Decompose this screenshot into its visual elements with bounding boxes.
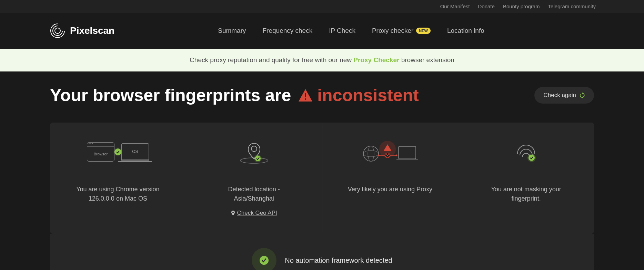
check-geo-api-label: Check Geo API xyxy=(237,210,277,216)
check-again-label: Check again xyxy=(543,92,576,99)
svg-point-12 xyxy=(368,146,374,161)
check-geo-api-link[interactable]: Check Geo API xyxy=(231,210,277,216)
top-bar: Our Manifest Donate Bounty program Teleg… xyxy=(0,0,644,13)
promo-banner: Check proxy reputation and quality for f… xyxy=(0,49,644,71)
svg-point-6 xyxy=(251,146,257,152)
result-status: inconsistent xyxy=(298,85,419,105)
topbar-link-telegram[interactable]: Telegram community xyxy=(548,3,596,9)
nav-proxy-checker[interactable]: Proxy checker NEW xyxy=(372,27,431,35)
main-header: Pixelscan Summary Frequency check IP Che… xyxy=(0,13,644,49)
svg-point-16 xyxy=(396,155,398,156)
svg-point-11 xyxy=(363,151,379,157)
card-masking-text: You are not masking your fingerprint. xyxy=(481,185,571,203)
result-heading-pre: Your browser fingerprints are xyxy=(50,85,291,105)
fingerprint-illustration xyxy=(512,136,540,167)
browser-os-illustration: Browser OS xyxy=(87,136,149,167)
svg-point-10 xyxy=(363,146,379,161)
svg-rect-18 xyxy=(399,146,416,159)
check-circle-icon xyxy=(113,147,123,157)
location-illustration xyxy=(239,136,270,167)
refresh-icon xyxy=(580,93,585,98)
svg-point-21 xyxy=(529,155,535,161)
promo-post-text: browser extension xyxy=(399,56,454,64)
nav-ip-check[interactable]: IP Check xyxy=(329,27,355,35)
card-masking: You are not masking your fingerprint. xyxy=(458,123,594,234)
cards-row: Browser OS You are using Chrome version … xyxy=(50,123,594,234)
svg-rect-4 xyxy=(305,98,306,100)
topbar-link-bounty[interactable]: Bounty program xyxy=(503,3,540,9)
topbar-link-manifest[interactable]: Our Manifest xyxy=(440,3,470,9)
result-heading: Your browser fingerprints are inconsiste… xyxy=(50,85,419,105)
svg-rect-3 xyxy=(305,93,306,97)
result-row: Your browser fingerprints are inconsiste… xyxy=(50,85,594,105)
svg-point-15 xyxy=(378,155,380,156)
proxy-illustration xyxy=(361,136,419,167)
automation-text: No automation framework detected xyxy=(285,257,392,264)
card-location-text: Detected location - Asia/Shanghai xyxy=(209,185,299,203)
svg-point-9 xyxy=(232,212,234,213)
main-content: Your browser fingerprints are inconsiste… xyxy=(0,71,644,270)
nav-location-info[interactable]: Location info xyxy=(447,27,484,35)
check-circle-large-icon xyxy=(252,248,276,270)
new-badge: NEW xyxy=(416,28,431,34)
card-location: Detected location - Asia/Shanghai Check … xyxy=(186,123,322,234)
warning-triangle-icon xyxy=(298,88,313,102)
nav-frequency-check[interactable]: Frequency check xyxy=(263,27,313,35)
card-proxy: Very likely you are using Proxy xyxy=(322,123,459,234)
browser-box-icon: Browser xyxy=(87,142,114,162)
logo-icon xyxy=(50,23,65,38)
nav-proxy-checker-label: Proxy checker xyxy=(372,27,413,35)
card-proxy-text: Very likely you are using Proxy xyxy=(348,185,432,194)
card-browser-os: Browser OS You are using Chrome version … xyxy=(50,123,186,234)
check-again-button[interactable]: Check again xyxy=(534,87,594,104)
logo[interactable]: Pixelscan xyxy=(50,23,114,38)
promo-pre-text: Check proxy reputation and quality for f… xyxy=(190,56,353,64)
automation-row: No automation framework detected xyxy=(50,234,594,270)
nav-summary[interactable]: Summary xyxy=(218,27,246,35)
laptop-icon: OS xyxy=(121,143,149,161)
promo-proxy-checker-link[interactable]: Proxy Checker xyxy=(353,56,399,64)
pin-icon xyxy=(231,211,235,215)
card-browser-text: You are using Chrome version 126.0.0.0 o… xyxy=(73,185,163,203)
result-status-text: inconsistent xyxy=(317,85,419,105)
topbar-link-donate[interactable]: Donate xyxy=(478,3,495,9)
logo-text: Pixelscan xyxy=(70,25,114,36)
main-nav: Summary Frequency check IP Check Proxy c… xyxy=(218,27,484,35)
svg-point-2 xyxy=(55,28,60,33)
svg-point-8 xyxy=(255,156,261,161)
